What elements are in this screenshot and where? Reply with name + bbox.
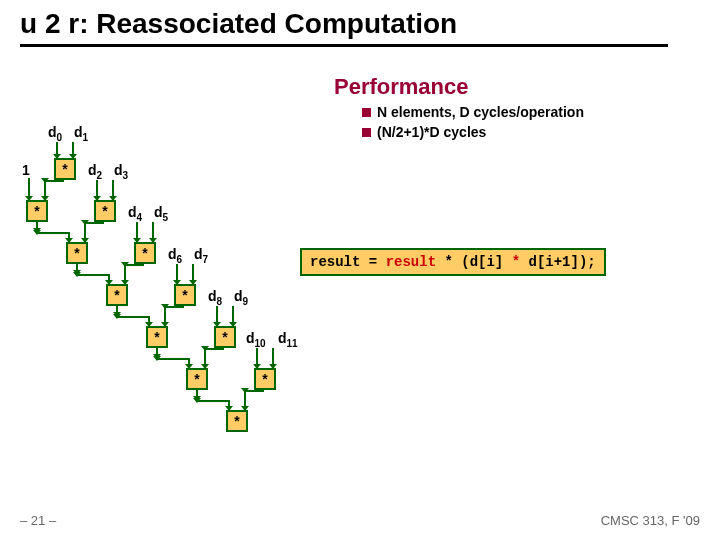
arrow: [68, 232, 70, 242]
arrow: [124, 264, 126, 284]
arrow: [72, 142, 74, 158]
mul-node: *: [146, 326, 168, 348]
arrow: [272, 348, 274, 368]
performance-heading: Performance: [334, 74, 469, 100]
d4-label: d4: [128, 204, 142, 223]
mul-node: *: [26, 200, 48, 222]
arrow: [188, 358, 190, 368]
arrow: [164, 306, 166, 326]
arrow: [112, 180, 114, 200]
d1-label: d1: [74, 124, 88, 143]
arrow-h: [196, 400, 228, 402]
d10-label: d10: [246, 330, 266, 349]
mul-node: *: [254, 368, 276, 390]
d5-label: d5: [154, 204, 168, 223]
arrow-h: [244, 390, 264, 392]
arrow: [44, 180, 46, 200]
footer-course: CMSC 313, F '09: [601, 513, 700, 528]
mul-node: *: [54, 158, 76, 180]
arrow-h: [44, 180, 64, 182]
bullet-1-text: N elements, D cycles/operation: [377, 104, 584, 120]
arrow: [152, 222, 154, 242]
d2-label: d2: [88, 162, 102, 181]
d8-label: d8: [208, 288, 222, 307]
arrow-h: [76, 274, 108, 276]
mul-node: *: [106, 284, 128, 306]
arrow: [228, 400, 230, 410]
mul-node: *: [226, 410, 248, 432]
page-title: u 2 r: Reassociated Computation: [20, 8, 457, 40]
arrow: [216, 306, 218, 326]
d11-label: d11: [278, 330, 298, 349]
arrow: [136, 222, 138, 242]
arrow-h: [36, 232, 68, 234]
mul-node: *: [214, 326, 236, 348]
d6-label: d6: [168, 246, 182, 265]
one-label: 1: [22, 162, 30, 178]
d9-label: d9: [234, 288, 248, 307]
d7-label: d7: [194, 246, 208, 265]
mul-node: *: [186, 368, 208, 390]
d3-label: d3: [114, 162, 128, 181]
arrow: [176, 264, 178, 284]
arrow: [56, 142, 58, 158]
arrow: [232, 306, 234, 326]
mul-node: *: [94, 200, 116, 222]
footer-page-number: – 21 –: [20, 513, 56, 528]
arrow-h: [116, 316, 148, 318]
arrow: [192, 264, 194, 284]
mul-node: *: [134, 242, 156, 264]
arrow: [84, 222, 86, 242]
arrow: [96, 180, 98, 200]
code-snippet: result = result * (d[i] * d[i+1]);: [300, 248, 606, 276]
arrow: [28, 178, 30, 200]
title-underline: [20, 44, 668, 47]
arrow-h: [204, 348, 224, 350]
arrow-h: [164, 306, 184, 308]
mul-node: *: [174, 284, 196, 306]
arrow: [244, 390, 246, 410]
arrow: [204, 348, 206, 368]
mul-node: *: [66, 242, 88, 264]
arrow: [148, 316, 150, 326]
arrow: [256, 348, 258, 368]
computation-diagram: d0 d1 1 * d2 d3 * * d4 d5 * * d6 d7 * * …: [16, 108, 406, 488]
arrow: [108, 274, 110, 284]
arrow-h: [84, 222, 104, 224]
arrow-h: [124, 264, 144, 266]
d0-label: d0: [48, 124, 62, 143]
arrow-h: [156, 358, 188, 360]
